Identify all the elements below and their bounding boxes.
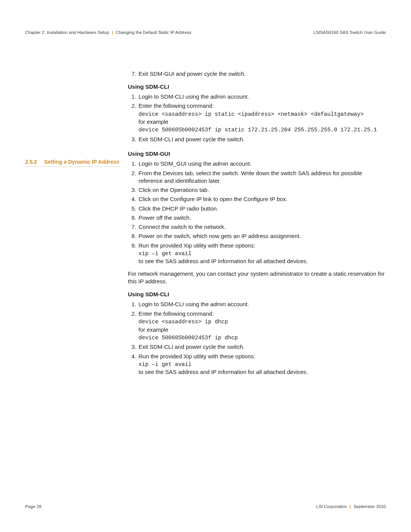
step-text: Exit SDM-GUI and power cycle the switch.	[139, 70, 246, 77]
command-text: device <sasaddress> ip dhcp	[139, 319, 228, 325]
step-text: Exit SDM-CLI and power cycle the switch.	[139, 136, 244, 142]
footer-date: September 2010	[354, 504, 386, 509]
using-sdm-cli-heading-2: Using SDM-CLI	[128, 291, 386, 298]
step-text: for example	[139, 118, 168, 125]
header-left: Chapter 2: Installation and Hardware Set…	[25, 30, 191, 36]
list-item: From the Devices tab, select the switch.…	[128, 169, 386, 185]
step-text: Click on the Operations tab.	[139, 187, 209, 193]
list-item: Enter the following command: device <sas…	[128, 102, 386, 134]
section-heading: 2.5.2 Setting a Dynamic IP Address	[25, 158, 121, 167]
list-item: Click on the Operations tab.	[128, 186, 386, 194]
footer-page-number: Page 28	[25, 504, 41, 510]
using-sdm-cli-heading: Using SDM-CLI	[128, 83, 386, 91]
header-separator-icon: |	[110, 30, 115, 35]
admin-italic: admin	[210, 301, 226, 307]
list-item: Run the provided Xip utility with these …	[128, 242, 386, 265]
command-text: device 500605b0002453f ip dhcp	[139, 335, 238, 341]
step-text-part: Login to SDM_GUI using the	[139, 160, 213, 167]
list-item: Login to SDM_GUI using the admin account…	[128, 160, 386, 168]
cli-steps-bottom: Login to SDM-CLI using the admin account…	[128, 300, 386, 376]
step-text-part: Login to SDM-CLI using the	[139, 301, 210, 307]
list-item: Exit SDM-GUI and power cycle the switch.	[128, 70, 386, 78]
main-column: Exit SDM-GUI and power cycle the switch.…	[128, 70, 386, 378]
step-text: to see the SAS address and IP informatio…	[139, 258, 308, 264]
step-text: Enter the following command:	[139, 310, 214, 317]
cli-steps-top: Login to SDM-CLI using the admin account…	[128, 93, 386, 143]
list-item: Power on the switch, which now gets an I…	[128, 232, 386, 240]
step-text: Run the provided Xip utility with these …	[139, 242, 255, 249]
section-title: Setting a Dynamic IP Address	[44, 158, 119, 166]
command-text: xip –i get avail	[139, 251, 191, 257]
footer-company: LSI Corporation	[316, 504, 347, 509]
gui-steps: Login to SDM_GUI using the admin account…	[128, 160, 386, 265]
footer-separator-icon: |	[348, 504, 352, 509]
list-item: Exit SDM-CLI and power cycle the switch.	[128, 136, 386, 143]
step-text: Click the DHCP IP radio button.	[139, 205, 218, 212]
list-item: Run the provided Xip utility with these …	[128, 353, 386, 376]
sidebar-column: 2.5.2 Setting a Dynamic IP Address	[25, 70, 128, 378]
step-text-part: Login to SDM-CLI using the	[139, 93, 210, 100]
list-item: Login to SDM-CLI using the admin account…	[128, 93, 386, 101]
admin-italic: admin	[213, 160, 228, 167]
step-text: Click on the Configure IP link to open t…	[139, 196, 287, 202]
command-text: device 500605b0002453f ip static 172.21.…	[139, 127, 377, 133]
using-sdm-gui-heading: Using SDM-GUI	[128, 150, 386, 158]
list-item: Click on the Configure IP link to open t…	[128, 195, 386, 203]
step-text-part: account.	[226, 93, 249, 100]
command-text: device <sasaddress> ip static <ipaddress…	[139, 111, 364, 117]
list-item: Click the DHCP IP radio button.	[128, 205, 386, 212]
command-text: xip –i get avail	[139, 361, 191, 367]
step-text: to see the SAS address and IP informatio…	[139, 369, 308, 375]
header-doc-title: LSISAS6160 SAS Switch User Guide	[314, 30, 386, 36]
list-item: Enter the following command: device <sas…	[128, 310, 386, 342]
page-footer: Page 28 LSI Corporation | September 2010	[25, 504, 386, 510]
step-text-part: account.	[226, 301, 249, 307]
step-text: Run the provided Xip utility with these …	[139, 353, 255, 359]
footer-right: LSI Corporation | September 2010	[316, 504, 386, 510]
section-number: 2.5.2	[25, 158, 44, 166]
header-section: Changing the Default Static IP Address	[116, 30, 191, 35]
header-chapter: Chapter 2: Installation and Hardware Set…	[25, 30, 109, 35]
step-text: for example	[139, 326, 168, 333]
continuing-steps: Exit SDM-GUI and power cycle the switch.	[128, 70, 386, 78]
admin-italic: admin	[210, 93, 226, 100]
page-header: Chapter 2: Installation and Hardware Set…	[25, 30, 386, 36]
list-item: Login to SDM-CLI using the admin account…	[128, 300, 386, 308]
list-item: Exit SDM-CLI and power cycle the switch.	[128, 343, 386, 351]
list-item: Power off the switch.	[128, 214, 386, 222]
step-text: Exit SDM-CLI and power cycle the switch.	[139, 343, 244, 350]
step-text: Power on the switch, which now gets an I…	[139, 233, 301, 239]
step-text: Power off the switch.	[139, 214, 191, 221]
step-text-part: account.	[228, 160, 252, 167]
step-text: Connect the switch to the network.	[139, 224, 226, 230]
step-text: Enter the following command:	[139, 102, 214, 109]
step-text: From the Devices tab, select the switch.…	[139, 170, 362, 184]
note-paragraph: For network management, you can contact …	[128, 270, 386, 286]
list-item: Connect the switch to the network.	[128, 223, 386, 231]
